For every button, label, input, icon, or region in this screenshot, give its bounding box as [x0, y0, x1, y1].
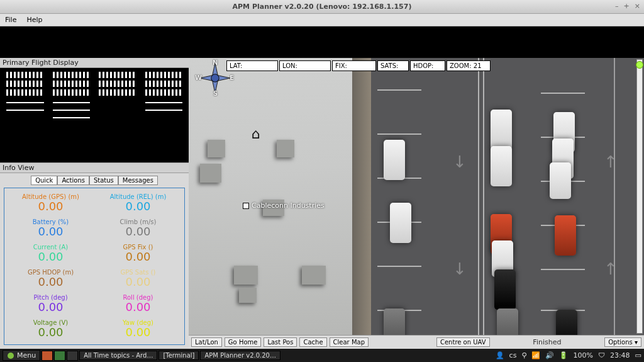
telemetry-cell: Battery (%)0.00 [7, 218, 94, 241]
tray-network-icon[interactable]: 📶 [531, 351, 540, 359]
compass-w: W [195, 74, 202, 81]
telemetry-value: 0.00 [38, 326, 63, 339]
launcher-files-icon[interactable] [54, 351, 65, 361]
window-title: APM Planner v2.0.20 (Lenovo: 192.168.1.1… [233, 3, 412, 11]
window-titlebar: APM Planner v2.0.20 (Lenovo: 192.168.1.1… [0, 0, 644, 14]
telemetry-cell: GPS Sats ()0.00 [94, 269, 182, 291]
window-maximize-button[interactable]: + [624, 2, 630, 10]
launcher-terminal-icon[interactable] [67, 351, 78, 361]
home-icon: ⌂ [252, 126, 260, 142]
map-zoom-slider[interactable] [636, 59, 643, 334]
telemetry-value: 0.00 [38, 301, 63, 314]
mint-logo-icon [7, 352, 14, 359]
telemetry-cell: GPS HDOP (m)0.00 [7, 269, 94, 291]
tray-battery-label: 100% [573, 351, 592, 359]
telemetry-cell: Roll (deg)0.00 [94, 294, 182, 317]
telemetry-value: 0.00 [125, 326, 150, 339]
telemetry-value: 0.00 [125, 225, 150, 238]
telemetry-value: 0.00 [125, 251, 150, 263]
pfd-title: Primary Flight Display [0, 58, 189, 68]
map-street [352, 58, 371, 335]
tray-battery-icon[interactable]: 🔋 [559, 351, 568, 359]
launcher-firefox-icon[interactable] [42, 351, 53, 361]
telemetry-value: 0.00 [125, 276, 150, 288]
telemetry-value: 0.00 [125, 301, 150, 314]
window-close-button[interactable]: × [635, 2, 640, 10]
readout-sats: SATS: [377, 60, 409, 71]
gohome-button[interactable]: Go Home [225, 337, 262, 347]
telemetry-cell: Yaw (deg)0.00 [94, 319, 182, 342]
map-status: Finished [492, 338, 602, 346]
readout-lon: LON: [279, 60, 331, 71]
place-name: Cableconn Industries [252, 201, 325, 210]
menu-file[interactable]: File [0, 14, 21, 26]
start-menu-button[interactable]: Menu [3, 350, 40, 361]
svg-point-3 [8, 353, 14, 359]
start-menu-label: Menu [17, 351, 36, 359]
telemetry-cell: Altitude (GPS) (m)0.00 [7, 193, 94, 216]
map-options-button[interactable]: Options ▾ [604, 337, 641, 347]
compass-s: S [213, 90, 218, 97]
telemetry-cell: Climb (m/s)0.00 [94, 218, 182, 241]
tray-clock[interactable]: 23:48 [610, 351, 630, 359]
svg-point-2 [211, 74, 219, 82]
clearmap-button[interactable]: Clear Map [330, 337, 369, 347]
telemetry-grid: Altitude (GPS) (m)0.00Altitude (REL) (m)… [4, 188, 185, 345]
tray-bluetooth-icon[interactable]: ⚲ [521, 351, 526, 359]
menu-help[interactable]: Help [21, 14, 47, 26]
telemetry-value: 0.00 [38, 251, 63, 263]
primary-flight-display [0, 68, 189, 162]
readout-hdop: HDOP: [410, 60, 445, 71]
telemetry-value: 0.00 [125, 200, 150, 213]
window-minimize-button[interactable]: – [615, 2, 619, 10]
desktop-taskbar: Menu All Time topics - Ard… [Terminal] A… [0, 349, 644, 362]
telemetry-value: 0.00 [38, 225, 63, 238]
readout-zoom: ZOOM: 21 [447, 60, 491, 71]
readout-fix: FIX: [332, 60, 376, 71]
tab-quick[interactable]: Quick [31, 176, 57, 185]
infoview-title: Info View [0, 162, 189, 173]
taskbar-task[interactable]: [Terminal] [158, 351, 199, 360]
telemetry-cell: Pitch (deg)0.00 [7, 294, 94, 317]
compass-n: N [213, 59, 218, 66]
telemetry-value: 0.00 [38, 200, 63, 213]
zoom-slider-knob[interactable] [636, 61, 643, 69]
taskbar-task[interactable]: APM Planner v2.0.20… [200, 351, 280, 360]
cache-button[interactable]: Cache [299, 337, 326, 347]
readout-lat: LAT: [226, 60, 278, 71]
telemetry-cell: Current (A)0.00 [7, 244, 94, 266]
system-tray: 👤 cs ⚲ 📶 🔊 🔋 100% 🛡 23:48 ▭ [496, 351, 641, 359]
infoview-tabs: Quick Actions Status Messages [0, 173, 189, 188]
map-place-label: Cableconn Industries [243, 201, 325, 210]
map-panel[interactable]: ↓ ↓ ↑ ↑ ⌂ Cableconn Industries N S E W [189, 58, 644, 349]
map-parking-lot: ↓ ↓ ↑ ↑ [371, 58, 644, 335]
map-canvas[interactable]: ↓ ↓ ↑ ↑ ⌂ Cableconn Industries [189, 58, 644, 335]
tray-user-label: cs [509, 351, 517, 359]
map-roof-area [189, 58, 352, 335]
tab-messages[interactable]: Messages [118, 176, 158, 185]
tray-shield-icon[interactable]: 🛡 [598, 351, 605, 359]
telemetry-cell: GPS Fix ()0.00 [94, 244, 182, 266]
tray-volume-icon[interactable]: 🔊 [545, 351, 554, 359]
map-readouts: LAT: LON: FIX: SATS: HDOP: ZOOM: 21 [226, 60, 491, 71]
tab-status[interactable]: Status [89, 176, 118, 185]
place-marker-icon [243, 203, 249, 209]
telemetry-cell: Altitude (REL) (m)0.00 [94, 193, 182, 216]
map-toolbar: Lat/Lon Go Home Last Pos Cache Clear Map… [189, 335, 644, 349]
taskbar-task[interactable]: All Time topics - Ard… [79, 351, 157, 360]
lastpos-button[interactable]: Last Pos [264, 337, 297, 347]
compass-e: E [230, 74, 234, 81]
tray-user-icon[interactable]: 👤 [496, 351, 504, 359]
centre-uav-button[interactable]: Centre on UAV [436, 337, 490, 347]
tab-actions[interactable]: Actions [57, 176, 89, 185]
telemetry-cell: Voltage (V)0.00 [7, 319, 94, 342]
menubar: File Help [0, 14, 644, 26]
latlon-button[interactable]: Lat/Lon [191, 337, 222, 347]
telemetry-value: 0.00 [38, 276, 63, 288]
tray-desktop-icon[interactable]: ▭ [635, 351, 641, 359]
toolbar-band [0, 26, 644, 58]
